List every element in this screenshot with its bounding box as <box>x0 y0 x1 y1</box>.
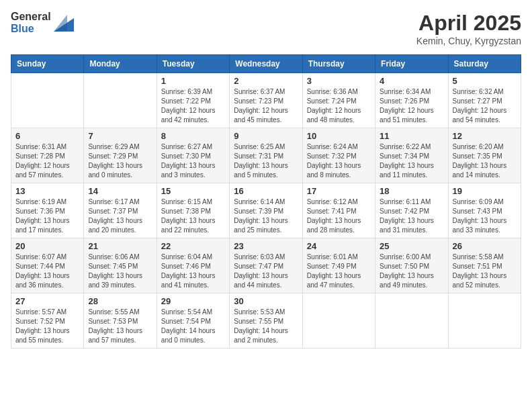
day-info: Sunrise: 6:11 AM Sunset: 7:42 PM Dayligh… <box>380 197 443 235</box>
day-number: 2 <box>234 76 298 86</box>
day-cell-27: 27Sunrise: 5:57 AM Sunset: 7:52 PM Dayli… <box>11 293 84 349</box>
weekday-header-row: SundayMondayTuesdayWednesdayThursdayFrid… <box>11 55 521 73</box>
day-number: 4 <box>380 76 443 86</box>
day-info: Sunrise: 5:58 AM Sunset: 7:51 PM Dayligh… <box>453 253 517 290</box>
day-cell-5: 5Sunrise: 6:32 AM Sunset: 7:27 PM Daylig… <box>448 73 521 128</box>
day-number: 14 <box>88 186 152 196</box>
month-title: April 2025 <box>416 11 521 36</box>
empty-cell <box>84 73 157 128</box>
day-number: 13 <box>15 186 79 196</box>
day-info: Sunrise: 5:53 AM Sunset: 7:55 PM Dayligh… <box>234 308 298 345</box>
day-info: Sunrise: 6:14 AM Sunset: 7:39 PM Dayligh… <box>234 197 298 235</box>
week-row-1: 1Sunrise: 6:39 AM Sunset: 7:22 PM Daylig… <box>11 73 521 128</box>
day-cell-28: 28Sunrise: 5:55 AM Sunset: 7:53 PM Dayli… <box>84 293 157 349</box>
weekday-header-friday: Friday <box>375 55 448 73</box>
day-number: 16 <box>234 186 298 196</box>
day-number: 9 <box>234 131 298 141</box>
day-cell-6: 6Sunrise: 6:31 AM Sunset: 7:28 PM Daylig… <box>11 128 84 183</box>
page-header: General Blue April 2025 Kemin, Chuy, Kyr… <box>11 11 521 46</box>
day-number: 21 <box>88 241 152 251</box>
weekday-header-sunday: Sunday <box>11 55 84 73</box>
title-block: April 2025 Kemin, Chuy, Kyrgyzstan <box>416 11 521 46</box>
empty-cell <box>302 293 375 349</box>
day-number: 17 <box>307 186 371 196</box>
day-cell-23: 23Sunrise: 6:03 AM Sunset: 7:47 PM Dayli… <box>230 238 302 293</box>
day-number: 22 <box>161 241 225 251</box>
logo: General Blue <box>11 11 74 35</box>
svg-marker-1 <box>54 15 67 32</box>
day-number: 20 <box>15 241 79 251</box>
day-cell-12: 12Sunrise: 6:20 AM Sunset: 7:35 PM Dayli… <box>448 128 521 183</box>
day-number: 12 <box>453 131 517 141</box>
day-info: Sunrise: 6:07 AM Sunset: 7:44 PM Dayligh… <box>15 253 79 290</box>
week-row-3: 13Sunrise: 6:19 AM Sunset: 7:36 PM Dayli… <box>11 183 521 238</box>
day-info: Sunrise: 6:00 AM Sunset: 7:50 PM Dayligh… <box>380 253 443 290</box>
empty-cell <box>11 73 84 128</box>
day-info: Sunrise: 6:20 AM Sunset: 7:35 PM Dayligh… <box>453 142 517 180</box>
day-number: 5 <box>453 76 517 86</box>
day-info: Sunrise: 6:06 AM Sunset: 7:45 PM Dayligh… <box>88 253 152 290</box>
day-info: Sunrise: 5:54 AM Sunset: 7:54 PM Dayligh… <box>161 308 225 345</box>
day-cell-21: 21Sunrise: 6:06 AM Sunset: 7:45 PM Dayli… <box>84 238 157 293</box>
day-info: Sunrise: 6:03 AM Sunset: 7:47 PM Dayligh… <box>234 253 298 290</box>
day-cell-25: 25Sunrise: 6:00 AM Sunset: 7:50 PM Dayli… <box>375 238 448 293</box>
day-cell-15: 15Sunrise: 6:15 AM Sunset: 7:38 PM Dayli… <box>157 183 229 238</box>
day-number: 30 <box>234 296 298 306</box>
day-info: Sunrise: 6:31 AM Sunset: 7:28 PM Dayligh… <box>15 142 79 180</box>
day-info: Sunrise: 6:04 AM Sunset: 7:46 PM Dayligh… <box>161 253 225 290</box>
day-info: Sunrise: 6:32 AM Sunset: 7:27 PM Dayligh… <box>453 87 517 125</box>
day-cell-26: 26Sunrise: 5:58 AM Sunset: 7:51 PM Dayli… <box>448 238 521 293</box>
empty-cell <box>375 293 448 349</box>
day-info: Sunrise: 5:55 AM Sunset: 7:53 PM Dayligh… <box>88 308 152 345</box>
week-row-4: 20Sunrise: 6:07 AM Sunset: 7:44 PM Dayli… <box>11 238 521 293</box>
day-number: 23 <box>234 241 298 251</box>
day-info: Sunrise: 6:27 AM Sunset: 7:30 PM Dayligh… <box>161 142 225 180</box>
day-number: 11 <box>380 131 443 141</box>
calendar-table: SundayMondayTuesdayWednesdayThursdayFrid… <box>11 54 521 349</box>
day-cell-16: 16Sunrise: 6:14 AM Sunset: 7:39 PM Dayli… <box>230 183 302 238</box>
day-number: 7 <box>88 131 152 141</box>
day-cell-14: 14Sunrise: 6:17 AM Sunset: 7:37 PM Dayli… <box>84 183 157 238</box>
day-cell-1: 1Sunrise: 6:39 AM Sunset: 7:22 PM Daylig… <box>157 73 229 128</box>
empty-cell <box>448 293 521 349</box>
day-number: 26 <box>453 241 517 251</box>
week-row-5: 27Sunrise: 5:57 AM Sunset: 7:52 PM Dayli… <box>11 293 521 349</box>
day-info: Sunrise: 5:57 AM Sunset: 7:52 PM Dayligh… <box>15 308 79 345</box>
day-info: Sunrise: 6:37 AM Sunset: 7:23 PM Dayligh… <box>234 87 298 125</box>
day-number: 8 <box>161 131 225 141</box>
day-info: Sunrise: 6:39 AM Sunset: 7:22 PM Dayligh… <box>161 87 225 125</box>
day-number: 1 <box>161 76 225 86</box>
day-cell-30: 30Sunrise: 5:53 AM Sunset: 7:55 PM Dayli… <box>230 293 302 349</box>
day-cell-20: 20Sunrise: 6:07 AM Sunset: 7:44 PM Dayli… <box>11 238 84 293</box>
day-cell-2: 2Sunrise: 6:37 AM Sunset: 7:23 PM Daylig… <box>230 73 302 128</box>
day-number: 18 <box>380 186 443 196</box>
day-cell-19: 19Sunrise: 6:09 AM Sunset: 7:43 PM Dayli… <box>448 183 521 238</box>
day-cell-9: 9Sunrise: 6:25 AM Sunset: 7:31 PM Daylig… <box>230 128 302 183</box>
day-cell-24: 24Sunrise: 6:01 AM Sunset: 7:49 PM Dayli… <box>302 238 375 293</box>
day-cell-10: 10Sunrise: 6:24 AM Sunset: 7:32 PM Dayli… <box>302 128 375 183</box>
day-number: 24 <box>307 241 371 251</box>
location: Kemin, Chuy, Kyrgyzstan <box>416 36 521 46</box>
day-number: 28 <box>88 296 152 306</box>
logo-general: General <box>11 11 51 23</box>
day-cell-4: 4Sunrise: 6:34 AM Sunset: 7:26 PM Daylig… <box>375 73 448 128</box>
day-number: 29 <box>161 296 225 306</box>
day-number: 19 <box>453 186 517 196</box>
day-info: Sunrise: 6:24 AM Sunset: 7:32 PM Dayligh… <box>307 142 371 180</box>
day-number: 27 <box>15 296 79 306</box>
day-cell-11: 11Sunrise: 6:22 AM Sunset: 7:34 PM Dayli… <box>375 128 448 183</box>
day-number: 10 <box>307 131 371 141</box>
logo-blue: Blue <box>11 23 51 35</box>
day-cell-13: 13Sunrise: 6:19 AM Sunset: 7:36 PM Dayli… <box>11 183 84 238</box>
day-info: Sunrise: 6:12 AM Sunset: 7:41 PM Dayligh… <box>307 197 371 235</box>
day-cell-8: 8Sunrise: 6:27 AM Sunset: 7:30 PM Daylig… <box>157 128 229 183</box>
day-cell-7: 7Sunrise: 6:29 AM Sunset: 7:29 PM Daylig… <box>84 128 157 183</box>
day-info: Sunrise: 6:09 AM Sunset: 7:43 PM Dayligh… <box>453 197 517 235</box>
day-info: Sunrise: 6:22 AM Sunset: 7:34 PM Dayligh… <box>380 142 443 180</box>
weekday-header-thursday: Thursday <box>302 55 375 73</box>
day-cell-18: 18Sunrise: 6:11 AM Sunset: 7:42 PM Dayli… <box>375 183 448 238</box>
day-info: Sunrise: 6:17 AM Sunset: 7:37 PM Dayligh… <box>88 197 152 235</box>
week-row-2: 6Sunrise: 6:31 AM Sunset: 7:28 PM Daylig… <box>11 128 521 183</box>
day-cell-29: 29Sunrise: 5:54 AM Sunset: 7:54 PM Dayli… <box>157 293 229 349</box>
day-info: Sunrise: 6:25 AM Sunset: 7:31 PM Dayligh… <box>234 142 298 180</box>
